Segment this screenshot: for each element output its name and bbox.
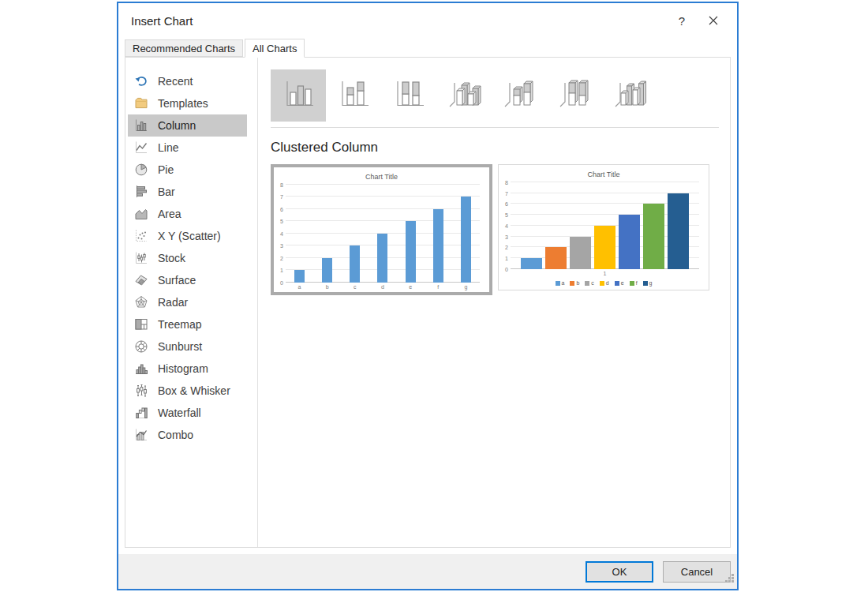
subtype-heading: Clustered Column <box>271 140 719 155</box>
templates-folder-icon <box>133 96 149 111</box>
bar-f <box>643 204 664 268</box>
sidebar-item-histogram[interactable]: Histogram <box>128 358 247 380</box>
subtype-clustered-column[interactable] <box>271 69 326 122</box>
sidebar-item-treemap[interactable]: Treemap <box>128 313 247 335</box>
tab-all-charts[interactable]: All Charts <box>245 39 305 58</box>
help-button[interactable]: ? <box>666 9 698 32</box>
sidebar-item-label: Column <box>158 119 196 132</box>
bars-layer <box>511 182 699 269</box>
legend-item: d <box>600 280 609 286</box>
x-tick-label: c <box>341 284 369 290</box>
y-tick-label: 4 <box>280 231 283 237</box>
subtype-3d-stacked-column[interactable] <box>492 69 547 122</box>
sidebar-item-stock[interactable]: Stock <box>128 247 247 269</box>
sidebar-item-area[interactable]: Area <box>128 203 247 225</box>
sidebar-item-pie[interactable]: Pie <box>128 159 247 181</box>
x-tick-label: 1 <box>511 271 699 277</box>
sidebar-item-waterfall[interactable]: Waterfall <box>128 402 247 424</box>
sidebar-item-label: Line <box>158 141 178 154</box>
waterfall-chart-icon <box>133 406 149 420</box>
mini-chart: Chart Title012345678abcdefg <box>274 167 489 292</box>
column-subtype-pane: Clustered Column Chart Title012345678abc… <box>258 58 730 547</box>
x-tick-label: d <box>369 284 396 290</box>
sidebar-item-combo[interactable]: Combo <box>128 424 247 446</box>
mini-chart: Chart Title0123456781abcdefg <box>499 165 709 290</box>
3d-100-stacked-column-icon <box>557 79 592 113</box>
sidebar-item-label: Surface <box>158 274 196 287</box>
insert-chart-dialog: Insert Chart ? Recommended Charts All Ch… <box>117 2 739 590</box>
subtype-3d-100-stacked-column[interactable] <box>547 69 602 122</box>
sidebar-item-label: Recent <box>158 75 193 88</box>
ok-button[interactable]: OK <box>586 561 653 583</box>
area-chart-icon <box>133 207 149 221</box>
legend-swatch <box>556 281 560 286</box>
x-axis-labels: 1 <box>499 269 709 279</box>
chart-plot-area: 012345678 <box>499 181 709 269</box>
legend-item: c <box>585 280 594 286</box>
dialog-footer: OK Cancel <box>118 554 737 589</box>
bar-b <box>545 247 567 268</box>
sidebar-item-line[interactable]: Line <box>128 137 247 159</box>
sidebar-item-label: Radar <box>158 296 188 309</box>
sidebar-item-radar[interactable]: Radar <box>128 291 247 313</box>
dialog-titlebar: Insert Chart ? <box>118 3 737 38</box>
sidebar-item-sunburst[interactable]: Sunburst <box>128 335 247 358</box>
subtype-icon-strip <box>271 69 719 122</box>
sidebar-item-recent[interactable]: Recent <box>128 70 247 92</box>
bar-g <box>668 193 689 269</box>
subtype-separator <box>271 127 719 128</box>
y-tick-label: 6 <box>280 207 283 212</box>
y-tick-label: 2 <box>280 256 283 261</box>
chart-title: Chart Title <box>274 167 489 183</box>
legend-swatch <box>600 281 604 286</box>
y-tick-label: 8 <box>280 182 283 188</box>
sidebar-item-label: Combo <box>158 429 193 441</box>
chart-preview-multicolor[interactable]: Chart Title0123456781abcdefg <box>498 164 709 290</box>
preview-row: Chart Title012345678abcdefg Chart Title0… <box>271 164 719 295</box>
y-tick-label: 0 <box>505 267 508 272</box>
y-axis-labels: 012345678 <box>502 182 511 269</box>
bar-g <box>461 197 471 282</box>
sidebar-item-bar[interactable]: Bar <box>128 181 247 203</box>
legend-swatch <box>643 281 648 286</box>
bar-b <box>322 258 332 283</box>
y-tick-label: 7 <box>505 191 508 197</box>
chart-preview-selected[interactable]: Chart Title012345678abcdefg <box>271 164 492 295</box>
scatter-chart-icon <box>133 229 149 243</box>
subtype-100-stacked-column[interactable] <box>381 69 436 122</box>
y-tick-label: 2 <box>505 245 508 250</box>
subtype-stacked-column[interactable] <box>326 69 381 122</box>
bar-f <box>433 209 443 283</box>
sidebar-item-surface[interactable]: Surface <box>128 269 247 291</box>
cancel-button[interactable]: Cancel <box>663 561 731 583</box>
bar-c <box>350 245 360 282</box>
x-tick-label: a <box>286 284 313 290</box>
y-tick-label: 8 <box>505 180 508 185</box>
sidebar-item-label: Pie <box>158 163 174 176</box>
sidebar-item-label: X Y (Scatter) <box>158 230 221 242</box>
resize-grip[interactable] <box>724 572 735 586</box>
sidebar-item-label: Stock <box>158 252 185 264</box>
subtype-3d-clustered-column[interactable] <box>436 69 492 122</box>
y-tick-label: 3 <box>280 243 283 249</box>
y-axis-labels: 012345678 <box>277 185 286 283</box>
sunburst-chart-icon <box>133 339 149 354</box>
y-tick-label: 0 <box>280 280 283 286</box>
legend-swatch <box>585 281 589 286</box>
3d-column-icon <box>612 79 647 113</box>
combo-chart-icon <box>133 428 149 442</box>
sidebar-item-label: Bar <box>158 185 175 198</box>
close-button[interactable] <box>698 9 729 32</box>
y-tick-label: 3 <box>505 234 508 240</box>
subtype-3d-column[interactable] <box>602 69 657 122</box>
sidebar-item-column[interactable]: Column <box>128 114 247 137</box>
y-tick-label: 1 <box>505 256 508 261</box>
legend-item: g <box>643 280 653 286</box>
sidebar-item-xy-scatter[interactable]: X Y (Scatter) <box>128 225 247 247</box>
y-tick-label: 5 <box>280 219 283 224</box>
sidebar-item-box-whisker[interactable]: Box & Whisker <box>128 380 247 402</box>
recent-icon <box>133 74 149 88</box>
sidebar-item-label: Templates <box>158 97 208 110</box>
sidebar-item-templates[interactable]: Templates <box>128 92 247 114</box>
tab-recommended-charts[interactable]: Recommended Charts <box>125 39 243 57</box>
